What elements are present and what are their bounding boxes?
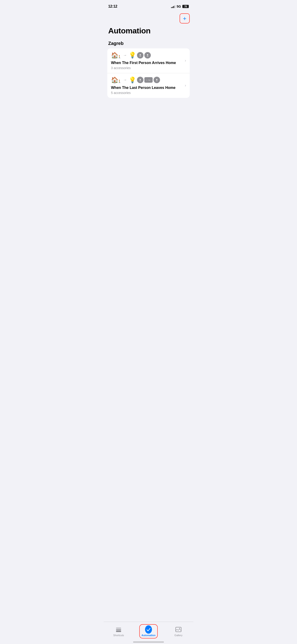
plus-icon: +	[183, 16, 186, 22]
speaker-leave-icon-1	[137, 77, 144, 83]
svg-point-0	[140, 54, 141, 55]
arrow-icon: →	[123, 53, 127, 57]
appletv-icon:  TV	[144, 77, 153, 83]
automation-arrive-title: When The First Person Arrives Home	[111, 60, 183, 66]
section-header: Zagreb	[104, 37, 194, 48]
chevron-right-icon: ›	[185, 58, 186, 63]
svg-text:TV: TV	[148, 80, 150, 81]
speaker-icon-2	[144, 52, 151, 58]
svg-text:: 	[146, 79, 147, 81]
home-arrive-icon: 🏠🚶	[111, 52, 121, 58]
network-type: 5G	[176, 4, 181, 8]
page-title: Automation	[104, 26, 194, 37]
automation-card: 🏠🚶 → 💡	[107, 48, 190, 98]
speaker-leave-icon-2	[154, 77, 160, 83]
battery-icon: 78	[182, 5, 189, 8]
speaker-icon-1	[137, 52, 144, 58]
automation-arrive-icons: 🏠🚶 → 💡	[111, 52, 183, 59]
automation-leave-icons: 🏠🚶 → 💡 	[111, 76, 183, 84]
automation-item-leave[interactable]: 🏠🚶 → 💡 	[107, 73, 190, 98]
svg-point-2	[140, 79, 141, 80]
arrow-icon-2: →	[123, 78, 127, 82]
automation-arrive-subtitle: 3 accessories	[111, 66, 183, 70]
svg-point-5	[156, 79, 158, 80]
signal-bars-icon	[171, 5, 175, 8]
status-time: 12:12	[108, 4, 117, 8]
automation-item-leave-content: 🏠🚶 → 💡 	[111, 76, 183, 95]
home-leave-icon: 🏠🚶	[111, 77, 121, 83]
automation-leave-subtitle: 5 accessories	[111, 91, 183, 95]
automation-item-arrive-content: 🏠🚶 → 💡	[111, 52, 183, 70]
chevron-right-icon-2: ›	[185, 84, 186, 88]
add-button-container: +	[104, 12, 194, 26]
bulb-off-icon: 💡	[129, 76, 136, 84]
automation-item-arrive[interactable]: 🏠🚶 → 💡	[107, 48, 190, 73]
add-automation-button[interactable]: +	[180, 13, 190, 24]
status-right: 5G 78	[171, 4, 189, 8]
automation-leave-title: When The Last Person Leaves Home	[111, 86, 183, 90]
status-bar: 12:12 5G 78	[104, 0, 194, 12]
bulb-on-icon: 💡	[129, 52, 136, 59]
svg-point-1	[147, 54, 148, 55]
